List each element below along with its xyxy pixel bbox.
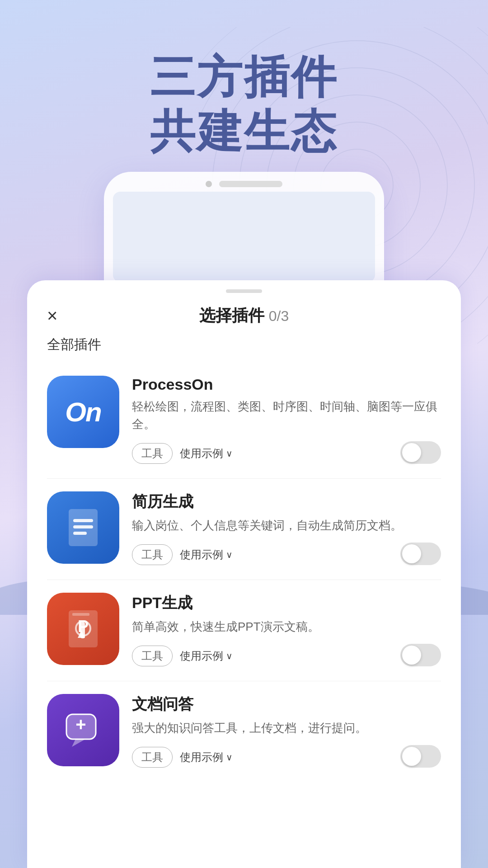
- plugin-name-resume: 简历生成: [132, 491, 441, 512]
- chevron-down-icon-qa: ∨: [226, 752, 233, 763]
- svg-rect-17: [73, 532, 87, 535]
- phone-dot: [206, 181, 212, 187]
- plugin-info-resume: 简历生成 输入岗位、个人信息等关键词，自动生成简历文档。 工具 使用示例 ∨: [132, 491, 441, 567]
- ppt-icon-svg: P: [65, 609, 101, 649]
- section-label: 全部插件: [27, 335, 461, 354]
- svg-text:+: +: [75, 714, 86, 734]
- toggle-ppt[interactable]: [400, 644, 441, 666]
- example-link-qa[interactable]: 使用示例 ∨: [180, 750, 233, 764]
- example-link-label-qa: 使用示例: [180, 750, 223, 764]
- plugin-info-processon: ProcessOn 轻松绘图，流程图、类图、时序图、时间轴、脑图等一应俱全。 工…: [132, 376, 441, 466]
- plugin-name-processon: ProcessOn: [132, 376, 441, 393]
- plugin-info-ppt: PPT生成 简单高效，快速生成PPT演示文稿。 工具 使用示例 ∨: [132, 593, 441, 668]
- sheet-count: 0/3: [269, 308, 289, 324]
- plugin-item-resume: 简历生成 输入岗位、个人信息等关键词，自动生成简历文档。 工具 使用示例 ∨: [47, 479, 441, 580]
- toggle-processon[interactable]: [400, 441, 441, 464]
- toggle-resume[interactable]: [400, 542, 441, 565]
- plugin-name-ppt: PPT生成: [132, 593, 441, 613]
- plugin-icon-ppt: P: [47, 593, 119, 665]
- plugin-tag-ppt: 工具: [132, 646, 173, 666]
- plugin-item-qa: + 文档问答 强大的知识问答工具，上传文档，进行提问。 工具 使用示例 ∨: [47, 681, 441, 782]
- plugin-tag-resume: 工具: [132, 544, 173, 565]
- sheet-title: 选择插件 0/3: [199, 305, 289, 327]
- plugin-tags-ppt: 工具 使用示例 ∨: [132, 644, 441, 668]
- plugin-icon-qa: +: [47, 694, 119, 766]
- hero-line2: 共建生态: [0, 104, 488, 158]
- phone-pill: [219, 181, 282, 187]
- plugin-info-qa: 文档问答 强大的知识问答工具，上传文档，进行提问。 工具 使用示例 ∨: [132, 694, 441, 769]
- phone-notch: [104, 172, 384, 192]
- sheet-title-text: 选择插件: [199, 306, 264, 325]
- svg-rect-16: [73, 525, 93, 528]
- example-link-label-resume: 使用示例: [180, 547, 223, 562]
- qa-icon-svg: +: [63, 710, 103, 750]
- bottom-sheet: × 选择插件 0/3 全部插件 On ProcessOn 轻松绘图，流程图、类图…: [27, 280, 461, 868]
- plugin-item-ppt: P PPT生成 简单高效，快速生成PPT演示文稿。 工具 使用示例 ∨: [47, 580, 441, 681]
- plugin-tag-processon: 工具: [132, 443, 173, 464]
- resume-icon-svg: [65, 507, 101, 548]
- hero-section: 三方插件 共建生态: [0, 50, 488, 158]
- hero-line1: 三方插件: [0, 50, 488, 104]
- plugin-desc-qa: 强大的知识问答工具，上传文档，进行提问。: [132, 719, 441, 737]
- chevron-down-icon-ppt: ∨: [226, 651, 233, 661]
- processon-icon-text: On: [65, 396, 101, 428]
- plugin-desc-ppt: 简单高效，快速生成PPT演示文稿。: [132, 618, 441, 636]
- plugin-name-qa: 文档问答: [132, 694, 441, 715]
- example-link-ppt[interactable]: 使用示例 ∨: [180, 649, 233, 663]
- plugin-list: On ProcessOn 轻松绘图，流程图、类图、时序图、时间轴、脑图等一应俱全…: [27, 363, 461, 868]
- chevron-down-icon: ∨: [226, 448, 233, 459]
- example-link-label-ppt: 使用示例: [180, 649, 223, 663]
- plugin-tags-qa: 工具 使用示例 ∨: [132, 745, 441, 769]
- plugin-icon-resume: [47, 491, 119, 564]
- plugin-desc-resume: 输入岗位、个人信息等关键词，自动生成简历文档。: [132, 517, 441, 534]
- plugin-tag-qa: 工具: [132, 747, 173, 768]
- svg-rect-15: [73, 519, 93, 522]
- plugin-desc-processon: 轻松绘图，流程图、类图、时序图、时间轴、脑图等一应俱全。: [132, 398, 441, 433]
- plugin-tags-processon: 工具 使用示例 ∨: [132, 441, 441, 466]
- plugin-item-processon: On ProcessOn 轻松绘图，流程图、类图、时序图、时间轴、脑图等一应俱全…: [47, 363, 441, 479]
- phone-screen-content: [113, 192, 375, 282]
- drag-handle[interactable]: [226, 289, 262, 293]
- sheet-header: × 选择插件 0/3: [27, 307, 461, 325]
- svg-marker-26: [72, 739, 85, 747]
- toggle-qa[interactable]: [400, 745, 441, 768]
- svg-text:P: P: [78, 617, 89, 636]
- example-link-resume[interactable]: 使用示例 ∨: [180, 547, 233, 562]
- plugin-tags-resume: 工具 使用示例 ∨: [132, 542, 441, 567]
- example-link-processon[interactable]: 使用示例 ∨: [180, 446, 233, 461]
- chevron-down-icon-resume: ∨: [226, 549, 233, 560]
- close-button[interactable]: ×: [47, 307, 57, 325]
- plugin-icon-processon: On: [47, 376, 119, 448]
- example-link-label: 使用示例: [180, 446, 223, 461]
- svg-rect-19: [72, 613, 89, 616]
